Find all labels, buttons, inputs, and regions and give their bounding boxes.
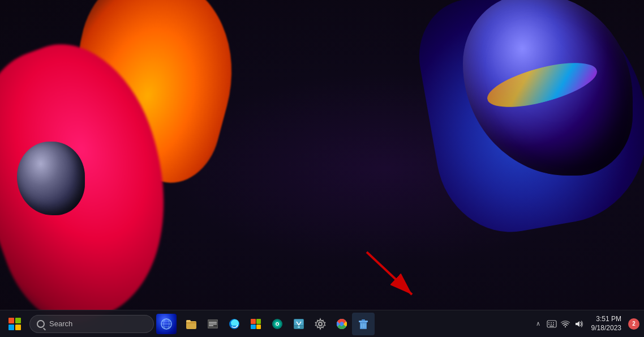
svg-rect-15 [251,319,256,324]
volume-tray-icon[interactable] [573,318,585,330]
taskbar-icon-edge[interactable] [224,314,244,334]
taskbar-icon-file-manager[interactable] [203,314,223,334]
wifi-icon [560,319,570,329]
start-button[interactable] [5,314,25,334]
taskbar: Search [0,310,644,337]
svg-rect-31 [360,322,367,329]
clock-date: 9/18/2023 [591,324,621,333]
keyboard-tray-icon[interactable] [546,318,557,330]
clock-time: 3:51 PM [596,315,621,324]
ms-store-icon [250,318,262,330]
svg-point-22 [277,323,278,325]
svg-rect-8 [186,320,191,322]
taskbar-icon-chrome[interactable] [332,314,352,334]
svg-rect-26 [298,326,300,328]
volume-icon [574,319,584,329]
search-icon [37,320,45,328]
svg-rect-40 [551,322,552,323]
show-hidden-icons-button[interactable]: ∧ [533,318,544,330]
svg-rect-13 [209,325,213,326]
widget-button[interactable] [156,314,177,334]
svg-point-30 [340,322,344,326]
svg-rect-34 [362,319,365,321]
bing-icon [271,318,284,330]
taskbar-icon-bing[interactable] [267,314,287,334]
svg-rect-39 [548,322,549,323]
win-pane-tl [8,318,14,323]
notification-badge[interactable]: 2 [628,318,639,330]
svg-rect-41 [553,322,554,323]
svg-rect-24 [294,319,303,325]
snip-sketch-icon [293,318,305,330]
svg-rect-17 [251,325,256,329]
svg-rect-16 [256,319,261,324]
win-pane-bl [8,325,14,330]
chrome-icon [336,318,348,330]
file-manager-icon [207,318,219,330]
svg-rect-12 [209,323,217,325]
svg-point-27 [319,322,322,326]
keyboard-icon [547,319,557,329]
taskbar-icon-recycle-bin[interactable] [353,314,373,334]
win-pane-tr [15,318,21,323]
system-tray: ∧ [533,315,639,332]
taskbar-icon-ms-store[interactable] [246,314,266,334]
svg-rect-44 [553,324,554,325]
wallpaper-small-sphere [17,142,85,215]
windows-logo-icon [8,318,21,330]
wifi-tray-icon[interactable] [560,318,571,330]
svg-rect-43 [551,324,552,325]
desktop: Search [0,0,644,337]
svg-rect-18 [256,325,261,329]
svg-rect-11 [209,322,217,323]
search-label: Search [49,319,72,328]
taskbar-icon-file-explorer[interactable] [181,314,201,334]
recycle-bin-icon [357,318,370,330]
search-bar[interactable]: Search [29,315,154,333]
svg-rect-42 [548,324,549,325]
settings-icon [314,318,327,330]
widget-icon [160,318,173,330]
svg-rect-33 [359,321,368,322]
edge-icon [228,318,241,330]
taskbar-icon-settings[interactable] [310,314,330,334]
clock[interactable]: 3:51 PM 9/18/2023 [587,315,626,332]
file-explorer-icon [185,318,198,330]
taskbar-icon-snip-sketch[interactable] [289,314,309,334]
taskbar-pinned-apps [179,314,530,334]
svg-rect-45 [549,326,554,327]
win-pane-br [15,325,21,330]
svg-rect-32 [360,322,367,323]
chevron-up-icon: ∧ [536,320,540,327]
wallpaper-shapes [0,0,644,337]
